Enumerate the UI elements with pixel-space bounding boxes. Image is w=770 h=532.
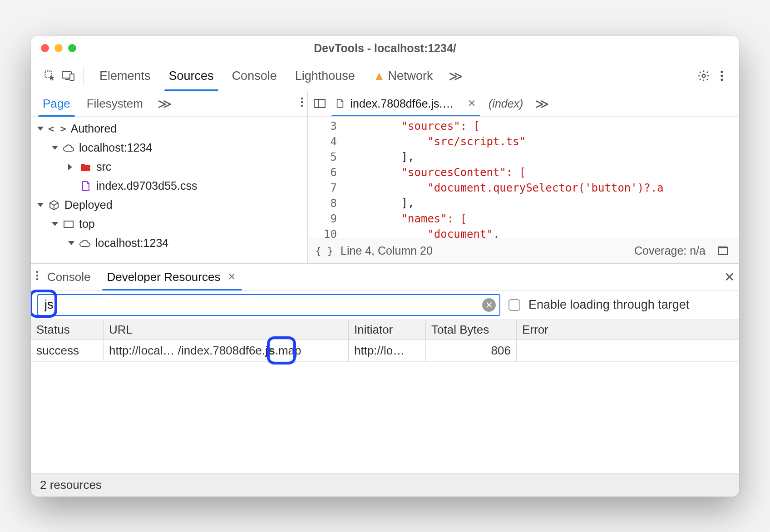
tree-disclosure-icon[interactable] — [52, 146, 58, 153]
drawer-tab-developer-resources[interactable]: Developer Resources ✕ — [99, 264, 246, 290]
th-status[interactable]: Status — [31, 320, 104, 340]
tree-disclosure-icon[interactable] — [68, 241, 74, 248]
table-row[interactable]: success http://local… /index.7808df6e.js… — [31, 340, 739, 362]
url-part: .map — [275, 344, 301, 358]
th-error[interactable]: Error — [517, 320, 739, 340]
url-part: /index.7808df6e. — [178, 344, 265, 358]
svg-rect-13 — [718, 247, 727, 255]
frame-icon — [63, 218, 74, 230]
drawer: Console Developer Resources ✕ ✕ ✕ Enable… — [31, 264, 739, 497]
cursor-position: Line 4, Column 20 — [341, 244, 433, 257]
resource-count: 2 resources — [40, 478, 102, 492]
navigator-pane: Page Filesystem ≫ < > Authored localhost… — [31, 91, 308, 263]
inspect-element-icon[interactable] — [41, 67, 59, 85]
th-initiator[interactable]: Initiator — [349, 320, 426, 340]
editor-tab-label: index.7808df6e.js.m… — [350, 97, 461, 110]
svg-point-4 — [721, 71, 723, 73]
cube-icon — [48, 199, 60, 211]
tree-folder-src[interactable]: src — [35, 158, 305, 177]
filter-input[interactable] — [42, 296, 482, 314]
tree-label: localhost:1234 — [79, 141, 152, 154]
navigator-tabs: Page Filesystem ≫ — [31, 91, 307, 117]
folder-icon — [80, 161, 92, 173]
cell-initiator: http://lo… — [349, 340, 426, 361]
editor-tab-label: (index) — [489, 97, 523, 110]
table-header: Status URL Initiator Total Bytes Error — [31, 320, 739, 340]
svg-rect-11 — [314, 99, 325, 108]
subtab-page[interactable]: Page — [35, 91, 79, 116]
tab-elements[interactable]: Elements — [90, 61, 160, 91]
toggle-navigator-icon[interactable] — [311, 94, 329, 113]
th-bytes[interactable]: Total Bytes — [426, 320, 517, 340]
tree-label: localhost:1234 — [95, 236, 168, 250]
tab-lighthouse[interactable]: Lighthouse — [286, 61, 364, 91]
clear-filter-icon[interactable]: ✕ — [482, 298, 496, 312]
developer-resources-body: ✕ Enable loading through target Status U… — [31, 291, 739, 497]
tab-console[interactable]: Console — [223, 61, 286, 91]
tree-label: index.d9703d55.css — [96, 179, 197, 192]
enable-loading-label: Enable loading through target — [528, 298, 689, 312]
cell-status: success — [31, 340, 104, 361]
code-editor[interactable]: 3 4 5 6 7 8 9 10 11 "sources": [ "src/sc… — [308, 117, 739, 238]
warning-icon: ▲ — [373, 69, 385, 83]
filter-input-wrap[interactable]: ✕ — [37, 294, 500, 316]
drawer-statusbar: 2 resources — [31, 473, 739, 497]
svg-rect-2 — [70, 74, 74, 80]
file-icon — [334, 98, 346, 109]
svg-point-9 — [301, 104, 303, 106]
tab-network[interactable]: ▲Network — [364, 61, 442, 91]
toggle-debugger-icon[interactable] — [714, 241, 732, 260]
devtools-window: DevTools - localhost:1234/ Elements Sour… — [31, 36, 739, 497]
drawer-tabbar: Console Developer Resources ✕ ✕ — [31, 264, 739, 291]
enable-loading-checkbox[interactable] — [508, 299, 520, 311]
svg-point-7 — [301, 97, 303, 99]
tabs-overflow-button[interactable]: ≫ — [442, 68, 469, 84]
svg-point-15 — [36, 271, 38, 272]
url-part: http://local… — [109, 344, 175, 358]
drawer-tab-label: Developer Resources — [107, 270, 220, 284]
kebab-menu-icon[interactable] — [713, 67, 731, 85]
window-title: DevTools - localhost:1234/ — [31, 42, 739, 55]
cloud-icon — [79, 237, 91, 249]
tree-disclosure-icon[interactable] — [52, 222, 58, 229]
subtab-filesystem[interactable]: Filesystem — [79, 91, 151, 116]
kebab-menu-icon[interactable] — [300, 97, 304, 111]
editor-tab-active[interactable]: index.7808df6e.js.m… ✕ — [329, 91, 483, 116]
svg-point-5 — [721, 74, 723, 77]
th-url[interactable]: URL — [104, 320, 349, 340]
close-tab-icon[interactable]: ✕ — [226, 271, 237, 283]
file-tree[interactable]: < > Authored localhost:1234 src index.d9… — [31, 117, 307, 263]
editor-tabs-overflow[interactable]: ≫ — [528, 96, 555, 112]
editor-statusbar: { } Line 4, Column 20 Coverage: n/a — [308, 238, 739, 263]
tree-label: src — [96, 160, 111, 173]
pretty-print-icon[interactable]: { } — [315, 241, 333, 260]
resources-table: Status URL Initiator Total Bytes Error s… — [31, 320, 739, 473]
tree-disclosure-icon[interactable] — [37, 203, 44, 210]
tree-disclosure-icon[interactable] — [37, 127, 44, 134]
editor-tab[interactable]: (index) — [483, 91, 528, 116]
svg-point-17 — [36, 278, 38, 280]
tree-authored[interactable]: < > Authored — [35, 119, 305, 138]
tree-top[interactable]: top — [35, 215, 305, 234]
sources-panel: Page Filesystem ≫ < > Authored localhost… — [31, 91, 739, 264]
tree-label: Deployed — [64, 198, 113, 212]
subtabs-overflow-button[interactable]: ≫ — [151, 96, 178, 112]
close-drawer-icon[interactable]: ✕ — [724, 270, 735, 285]
titlebar: DevTools - localhost:1234/ — [31, 36, 739, 61]
svg-point-6 — [721, 79, 723, 81]
device-toolbar-icon[interactable] — [59, 67, 77, 85]
tree-file-css[interactable]: index.d9703d55.css — [35, 177, 305, 196]
tree-deployed[interactable]: Deployed — [35, 196, 305, 215]
tree-disclosure-icon[interactable] — [68, 164, 75, 170]
close-tab-icon[interactable]: ✕ — [466, 98, 478, 109]
filter-row: ✕ Enable loading through target — [31, 291, 739, 320]
tree-host[interactable]: localhost:1234 — [35, 138, 305, 158]
cell-url: http://local… /index.7808df6e.js.map — [104, 340, 349, 361]
cloud-icon — [63, 142, 74, 154]
tab-sources[interactable]: Sources — [160, 61, 223, 91]
code-content: "sources": [ "src/script.ts" ], "sources… — [344, 117, 739, 238]
settings-icon[interactable] — [695, 67, 713, 85]
tree-host-deployed[interactable]: localhost:1234 — [35, 234, 305, 253]
drawer-tab-console[interactable]: Console — [39, 264, 99, 290]
kebab-menu-icon[interactable] — [35, 270, 39, 284]
